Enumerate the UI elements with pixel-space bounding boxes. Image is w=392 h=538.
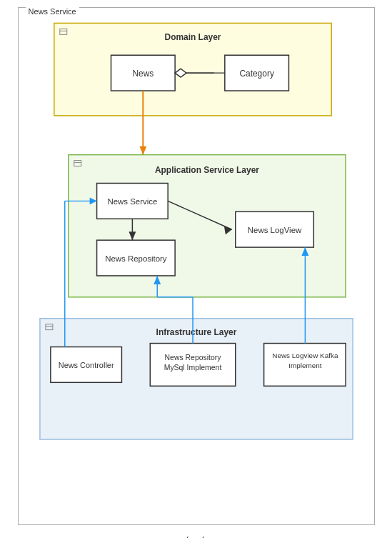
news-service-label: News Service bbox=[26, 7, 79, 16]
news-repo-label: News Repository bbox=[105, 254, 167, 263]
news-logview-label: News LogView bbox=[247, 226, 301, 234]
category-label: Category bbox=[239, 69, 273, 79]
diagram-svg: Domain Layer News Category Application S… bbox=[26, 15, 367, 515]
news-repo-mysql-line1: News Repository bbox=[164, 354, 221, 362]
news-service-label-box: News Service bbox=[107, 197, 157, 206]
news-label: News bbox=[132, 69, 154, 79]
news-controller-label: News Controller bbox=[58, 361, 114, 369]
diagram-wrapper: News Service Domain Layer News Category bbox=[18, 7, 375, 525]
orange-arrow-head bbox=[139, 146, 146, 155]
news-logview-kafka-line2: Implement bbox=[288, 362, 322, 369]
news-logview-kafka-line1: News Logview Kafka bbox=[272, 352, 338, 359]
app-layer-title: Application Service Layer bbox=[154, 165, 258, 175]
domain-layer-title: Domain Layer bbox=[164, 32, 221, 42]
news-repo-mysql-line2: MySql Implement bbox=[164, 364, 221, 372]
infra-layer-title: Infrastructure Layer bbox=[156, 327, 236, 337]
